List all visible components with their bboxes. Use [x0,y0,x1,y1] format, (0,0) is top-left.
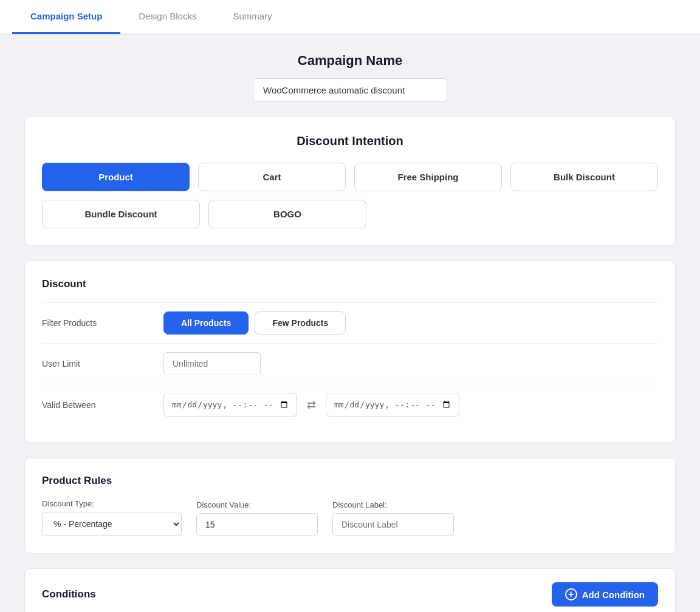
discount-card: Discount Filter Products All Products Fe… [24,260,676,443]
valid-between-end-input[interactable] [326,393,459,416]
campaign-name-input[interactable] [253,78,447,102]
product-rules-card: Product Rules Discount Type: % - Percent… [24,457,676,554]
discount-type-group: Discount Type: % - Percentage $ - Fixed … [42,499,182,536]
discount-intention-title: Discount Intention [42,134,658,148]
campaign-name-title: Campaign Name [24,53,676,69]
all-products-btn[interactable]: All Products [163,311,249,335]
tabs-bar: Campaign Setup Design Blocks Summary [0,0,700,35]
tab-summary[interactable]: Summary [214,0,290,34]
user-limit-controls [163,352,261,375]
user-limit-row: User Limit [42,343,658,384]
rules-row: Discount Type: % - Percentage $ - Fixed … [42,499,658,536]
campaign-name-section: Campaign Name [24,53,676,102]
intention-btn-cart[interactable]: Cart [198,163,346,191]
filter-products-row: Filter Products All Products Few Product… [42,302,658,343]
discount-label-label: Discount Label: [332,500,454,509]
filter-products-label: Filter Products [42,318,163,328]
discount-type-label: Discount Type: [42,499,182,508]
filter-products-controls: All Products Few Products [163,311,346,335]
intention-buttons: Product Cart Free Shipping Bulk Discount… [42,163,658,228]
valid-between-row: Valid Between ⇄ [42,384,658,425]
intention-btn-free-shipping[interactable]: Free Shipping [354,163,502,191]
conditions-bar: Conditions + Add Condition [24,568,676,612]
discount-value-label: Discount Value: [196,500,318,509]
valid-between-arrow: ⇄ [307,398,316,412]
few-products-btn[interactable]: Few Products [255,311,346,335]
user-limit-input[interactable] [163,352,261,375]
tab-design-blocks[interactable]: Design Blocks [120,0,214,34]
intention-btn-bogo[interactable]: BOGO [208,200,366,228]
intention-btn-bundle-discount[interactable]: Bundle Discount [42,200,200,228]
discount-title: Discount [42,278,658,290]
intention-btn-bulk-discount[interactable]: Bulk Discount [510,163,658,191]
add-condition-label: Add Condition [582,590,645,600]
valid-between-start-input[interactable] [163,393,297,416]
discount-label-group: Discount Label: [332,500,454,536]
product-rules-title: Product Rules [42,475,658,487]
valid-between-label: Valid Between [42,400,163,410]
discount-type-select[interactable]: % - Percentage $ - Fixed Amount [42,512,182,536]
tab-campaign-setup[interactable]: Campaign Setup [12,0,120,34]
intention-btn-product[interactable]: Product [42,163,190,191]
add-condition-button[interactable]: + Add Condition [552,582,658,607]
conditions-title: Conditions [42,588,96,600]
add-condition-plus-icon: + [565,588,577,600]
discount-intention-card: Discount Intention Product Cart Free Shi… [24,117,676,246]
discount-value-input[interactable] [196,513,318,536]
discount-label-input[interactable] [332,513,454,536]
user-limit-label: User Limit [42,359,163,369]
valid-between-controls: ⇄ [163,393,459,416]
main-content: Campaign Name Discount Intention Product… [0,35,700,612]
discount-value-group: Discount Value: [196,500,318,536]
